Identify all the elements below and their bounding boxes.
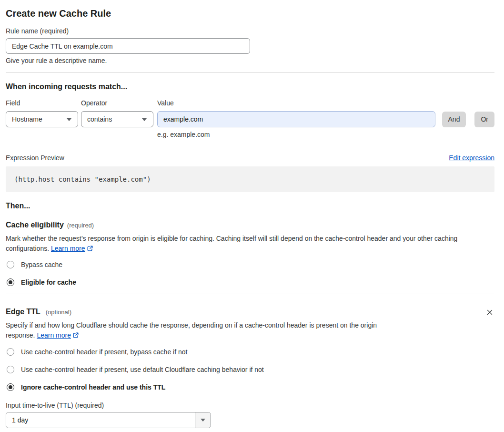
cache-eligibility-description: Mark whether the request’s response from… <box>6 234 494 254</box>
match-section-heading: When incoming requests match... <box>6 82 494 92</box>
page-title: Create new Cache Rule <box>6 7 494 20</box>
chevron-down-icon <box>142 118 147 121</box>
edge-ttl-heading: Edge TTL <box>6 308 40 316</box>
rule-name-input[interactable] <box>6 38 250 54</box>
or-button[interactable]: Or <box>474 112 494 127</box>
optional-badge: (optional) <box>46 309 71 316</box>
external-link-icon <box>87 245 93 252</box>
chevron-down-icon <box>201 419 205 422</box>
value-helper: e.g. example.com <box>157 130 494 139</box>
field-select[interactable]: Hostname <box>6 111 78 127</box>
match-condition-row: Hostname contains And Or <box>6 111 494 127</box>
ttl-combobox <box>6 412 211 428</box>
rule-name-helper: Give your rule a descriptive name. <box>6 56 494 65</box>
operator-select[interactable]: contains <box>81 111 153 127</box>
rule-name-label: Rule name (required) <box>6 27 494 35</box>
ttl-input-label: Input time-to-live (TTL) (required) <box>6 401 494 410</box>
divider <box>6 294 494 294</box>
radio-label: Use cache-control header if present, byp… <box>21 348 187 356</box>
match-column-labels: Field Operator Value <box>6 99 494 107</box>
edit-expression-link[interactable]: Edit expression <box>449 154 494 162</box>
cache-rule-form: Create new Cache Rule Rule name (require… <box>0 7 504 432</box>
radio-label: Ignore cache-control header and use this… <box>21 383 165 391</box>
radio-checked-icon[interactable] <box>7 383 14 391</box>
field-label: Field <box>6 99 81 107</box>
radio-option-use-header-default[interactable]: Use cache-control header if present, use… <box>6 365 264 374</box>
expression-preview-label: Expression Preview <box>6 153 64 163</box>
ttl-input[interactable] <box>6 412 195 428</box>
required-badge: (required) <box>67 222 94 229</box>
expression-preview-row: Expression Preview Edit expression <box>6 153 494 163</box>
edge-ttl-heading-row: Edge TTL (optional) <box>6 307 494 317</box>
and-button[interactable]: And <box>442 112 466 127</box>
value-input[interactable] <box>157 111 435 127</box>
radio-option-bypass-cache[interactable]: Bypass cache <box>6 260 62 269</box>
radio-unchecked-icon[interactable] <box>7 348 14 356</box>
value-label: Value <box>157 99 494 107</box>
expression-code-block: (http.host contains "example.com") <box>6 166 494 192</box>
external-link-icon <box>72 332 79 339</box>
radio-label: Use cache-control header if present, use… <box>21 365 264 374</box>
radio-option-ignore-header-use-ttl[interactable]: Ignore cache-control header and use this… <box>6 383 165 391</box>
learn-more-link[interactable]: Learn more <box>37 331 71 339</box>
radio-option-eligible-for-cache[interactable]: Eligible for cache <box>6 278 76 287</box>
close-icon[interactable] <box>485 308 494 317</box>
radio-checked-icon[interactable] <box>7 278 14 286</box>
operator-select-value: contains <box>87 115 112 123</box>
radio-unchecked-icon[interactable] <box>7 261 14 268</box>
ttl-dropdown-button[interactable] <box>195 412 211 428</box>
cache-eligibility-heading-row: Cache eligibility (required) <box>6 220 494 230</box>
edge-ttl-heading-group: Edge TTL (optional) <box>6 307 71 317</box>
radio-option-use-header-bypass[interactable]: Use cache-control header if present, byp… <box>6 348 187 356</box>
learn-more-link[interactable]: Learn more <box>51 245 85 252</box>
radio-label: Eligible for cache <box>21 278 76 287</box>
expression-code: (http.host contains "example.com") <box>14 175 151 183</box>
then-heading: Then... <box>6 201 494 211</box>
operator-label: Operator <box>81 99 157 107</box>
edge-ttl-description: Specify if and how long Cloudflare shoul… <box>6 320 404 340</box>
radio-label: Bypass cache <box>21 260 62 269</box>
chevron-down-icon <box>67 118 71 121</box>
divider <box>6 72 494 73</box>
field-select-value: Hostname <box>12 115 42 123</box>
radio-unchecked-icon[interactable] <box>7 366 14 373</box>
cache-eligibility-heading: Cache eligibility <box>6 220 64 230</box>
